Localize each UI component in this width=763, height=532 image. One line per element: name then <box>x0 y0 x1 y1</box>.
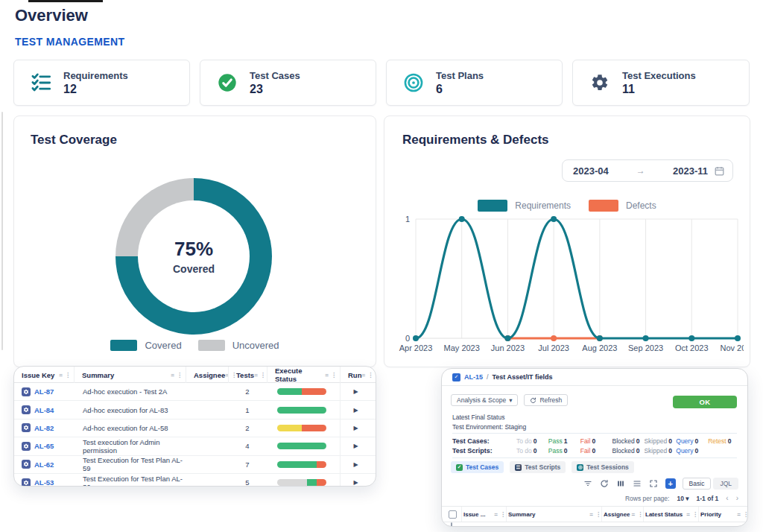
column-menu-icon[interactable]: = <box>361 372 365 379</box>
run-button[interactable]: ▶ <box>340 474 371 487</box>
stat-card-test-cases[interactable]: Test Cases 23 <box>200 60 376 106</box>
col-tests[interactable]: Tests=⋮ <box>228 367 267 383</box>
tab-test-cases[interactable]: ✓Test Cases <box>451 461 504 473</box>
col-latest-status[interactable]: Latest Status=⋮ <box>643 507 698 522</box>
table-row[interactable]: AL-53Test Execution for Test Plan AL-365… <box>14 474 376 487</box>
row-issue-key[interactable]: AL-80 <box>471 526 489 527</box>
column-menu-icon[interactable]: = <box>171 372 174 379</box>
row-checkbox[interactable] <box>451 522 452 527</box>
run-button[interactable]: ▶ <box>340 401 371 418</box>
column-menu-icon[interactable]: = <box>254 372 258 379</box>
stat-label: Test Plans <box>436 70 484 81</box>
table-header: Issue Key=⋮ Summary=⋮ Assignee=⋮ Tests=⋮… <box>14 367 376 383</box>
coverage-center-label: Covered <box>173 263 215 275</box>
rows-per-page-select[interactable]: 10 ▾ <box>677 495 688 502</box>
column-more-icon[interactable]: ⋮ <box>367 372 373 379</box>
column-menu-icon[interactable]: = <box>325 372 329 379</box>
date-range-picker[interactable]: 2023-04 → 2023-11 <box>562 159 733 182</box>
table-row[interactable]: AL-84Ad-hoc execution for AL-831▶ <box>14 401 376 419</box>
col-execute-status[interactable]: Execute Status=⋮ <box>267 367 340 383</box>
stat-card-test-executions[interactable]: Test Executions 11 <box>572 60 750 106</box>
column-more-icon[interactable]: ⋮ <box>177 372 183 379</box>
table-row[interactable]: AL-82Ad-hoc execution for AL-582▶ <box>14 419 376 437</box>
col-issue-key[interactable]: Issue Key=⋮ <box>14 367 74 383</box>
stat-blocked: Blocked0 <box>612 437 645 445</box>
stat-query: Query0 <box>676 447 708 455</box>
next-page-icon[interactable]: › <box>736 494 738 502</box>
calendar-icon[interactable] <box>714 165 725 177</box>
stat-card-test-plans[interactable]: Test Plans 6 <box>386 60 563 106</box>
filter-icon[interactable] <box>583 479 593 489</box>
test-environment-label: Test Environment: Staging <box>452 423 526 431</box>
legend-label-covered: Covered <box>145 340 181 351</box>
svg-text:Jul 2023: Jul 2023 <box>538 343 569 352</box>
basic-view-button[interactable]: Basic <box>683 478 712 490</box>
pass-status-icon <box>643 526 650 527</box>
refresh-icon[interactable] <box>600 479 610 489</box>
requirements-defects-chart: 01Apr 2023May 2023Jun 2023Jul 2023Aug 20… <box>393 212 744 364</box>
pagination: Rows per page: 10 ▾ 1-1 of 1 ‹ › <box>625 494 738 502</box>
table-row[interactable]: AL-65Test execution for Admin permission… <box>14 437 376 455</box>
stat-label: Test Executions <box>622 70 696 81</box>
issue-key-link[interactable]: AL-87 <box>14 387 74 396</box>
issue-key-link[interactable]: AL-62 <box>14 460 74 469</box>
stat-card-requirements[interactable]: Requirements 12 <box>13 60 190 106</box>
row-summary: Test Execution for Test Plan AL-59 <box>74 456 186 472</box>
prev-page-icon[interactable]: ‹ <box>726 494 728 502</box>
col-run[interactable]: Run=⋮ <box>340 367 371 383</box>
issue-key-link[interactable]: AL-53 <box>14 478 74 487</box>
ok-button[interactable]: OK <box>673 396 737 408</box>
table-row[interactable]: AL-62Test Execution for Test Plan AL-597… <box>14 456 376 474</box>
stat-value: 12 <box>63 83 128 96</box>
detail-table-row[interactable]: ✓AL-80 Test Environment - 1 PASS Blocker <box>442 522 747 527</box>
column-more-icon[interactable]: ⋮ <box>260 372 266 379</box>
add-button[interactable]: + <box>665 478 676 489</box>
row-summary: Ad-hoc execution for AL-83 <box>74 406 186 414</box>
date-from[interactable]: 2023-04 <box>573 165 609 177</box>
date-to[interactable]: 2023-11 <box>673 165 708 177</box>
col-issue[interactable]: Issue ...=⋮ <box>461 507 506 522</box>
test-execution-icon <box>22 405 31 414</box>
refresh-button[interactable]: Refresh <box>524 394 568 406</box>
column-more-icon[interactable]: ⋮ <box>65 372 71 379</box>
stat-pass: Pass1 <box>548 437 580 445</box>
panel-title: Test Coverage <box>31 133 117 148</box>
issue-key-link[interactable]: AL-65 <box>14 442 74 451</box>
svg-text:1: 1 <box>405 215 410 224</box>
issue-key-link[interactable]: AL-84 <box>14 405 74 414</box>
detail-issue-key[interactable]: AL-15 <box>464 373 483 381</box>
stat-skipped: Skipped0 <box>644 447 676 455</box>
run-button[interactable]: ▶ <box>340 456 371 473</box>
stat-value: 23 <box>250 83 300 96</box>
issue-key-link[interactable]: AL-82 <box>14 423 74 432</box>
uncovered-swatch <box>198 340 225 351</box>
col-assignee[interactable]: Assignee=⋮ <box>186 367 228 383</box>
detail-table-header: Issue ...=⋮ Summary=⋮ Assignee=⋮ Latest … <box>442 506 747 522</box>
tab-test-sessions[interactable]: ◎Test Sessions <box>572 461 634 473</box>
top-edge-artifact <box>28 0 103 2</box>
test-execution-icon <box>22 442 31 451</box>
run-button[interactable]: ▶ <box>340 383 371 400</box>
test-script-icon: ☰ <box>515 464 522 471</box>
svg-text:Apr 2023: Apr 2023 <box>399 343 433 352</box>
run-button[interactable]: ▶ <box>340 437 371 455</box>
col-priority[interactable]: Priority=⋮ <box>698 507 748 522</box>
row-tests-count: 2 <box>228 424 267 432</box>
row-density-icon[interactable] <box>633 479 642 489</box>
col-assignee[interactable]: Assignee=⋮ <box>601 507 643 522</box>
run-button[interactable]: ▶ <box>340 419 371 437</box>
table-row[interactable]: AL-87Ad-hoc execution - Test 2A2▶ <box>14 383 376 401</box>
select-all-checkbox[interactable] <box>449 510 457 519</box>
jql-view-button[interactable]: JQL <box>713 478 738 490</box>
col-summary[interactable]: Summary=⋮ <box>74 367 186 383</box>
tab-test-scripts[interactable]: ☰Test Scripts <box>510 461 566 473</box>
row-latest-status: PASS <box>643 526 698 527</box>
col-summary[interactable]: Summary=⋮ <box>506 507 601 522</box>
columns-icon[interactable] <box>616 479 626 489</box>
fullscreen-icon[interactable] <box>649 479 659 489</box>
column-menu-icon[interactable]: = <box>59 372 63 379</box>
stat-pass: Pass0 <box>548 447 580 455</box>
analysis-scope-dropdown[interactable]: Analysis & Scope▾ <box>451 394 518 406</box>
row-tests-count: 7 <box>228 460 267 469</box>
column-more-icon[interactable]: ⋮ <box>331 372 337 379</box>
